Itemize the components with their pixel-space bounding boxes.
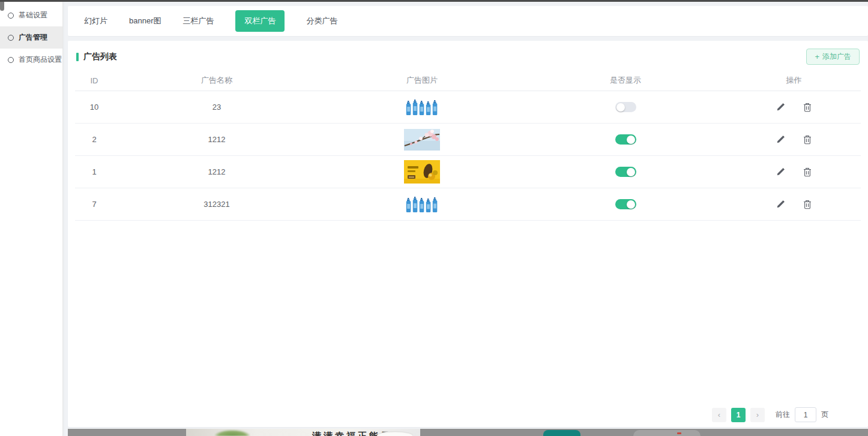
add-ad-button-label: 添加广告 bbox=[822, 52, 851, 62]
goto-label: 前往 bbox=[776, 410, 790, 420]
delete-icon[interactable] bbox=[803, 200, 812, 209]
cell-id: 10 bbox=[75, 103, 113, 112]
peek-banner-image: 满满幸福正能量 bbox=[186, 429, 420, 436]
main-content: 幻灯片 banner图 三栏广告 双栏广告 分类广告 广告列表 + 添加广告 I… bbox=[63, 2, 868, 436]
cell-id: 7 bbox=[75, 200, 113, 209]
delete-icon[interactable] bbox=[803, 167, 812, 177]
tab-category-ad[interactable]: 分类广告 bbox=[306, 16, 337, 26]
visibility-toggle[interactable] bbox=[615, 167, 636, 177]
header-visibility: 是否显示 bbox=[524, 71, 727, 91]
delete-icon[interactable] bbox=[803, 135, 812, 145]
delete-icon[interactable] bbox=[803, 103, 812, 112]
peek-gray-element bbox=[633, 430, 701, 436]
header-ad-image: 广告图片 bbox=[320, 71, 524, 91]
ad-thumbnail bbox=[405, 194, 439, 215]
page-unit-label: 页 bbox=[821, 410, 828, 420]
panel-title: 广告列表 bbox=[76, 52, 117, 62]
panel-title-text: 广告列表 bbox=[83, 52, 117, 62]
scrollbar-thumb[interactable] bbox=[0, 2, 4, 11]
sidebar-item-basic-settings[interactable]: 基础设置 bbox=[0, 4, 62, 26]
peek-teal-element bbox=[543, 430, 580, 436]
edit-icon[interactable] bbox=[776, 200, 785, 209]
browser-top-edge bbox=[0, 0, 868, 2]
visibility-toggle[interactable] bbox=[615, 134, 636, 145]
tab-slideshow[interactable]: 幻灯片 bbox=[84, 16, 107, 26]
goto-page-input[interactable] bbox=[795, 407, 816, 422]
header-ad-name: 广告名称 bbox=[113, 71, 320, 91]
leaf-image bbox=[215, 430, 250, 436]
edit-icon[interactable] bbox=[776, 167, 785, 176]
cell-ad-name: 312321 bbox=[113, 200, 320, 209]
ad-type-tabs: 幻灯片 banner图 三栏广告 双栏广告 分类广告 bbox=[68, 6, 868, 36]
visibility-toggle[interactable] bbox=[615, 199, 636, 209]
cell-ad-name: 23 bbox=[113, 103, 320, 112]
edit-icon[interactable] bbox=[776, 103, 785, 112]
header-actions: 操作 bbox=[727, 71, 861, 91]
prev-page-button[interactable]: ‹ bbox=[712, 408, 726, 422]
header-id: ID bbox=[75, 72, 113, 90]
cell-ad-name: 1212 bbox=[113, 167, 320, 176]
toggle-knob bbox=[627, 200, 635, 209]
sidebar-item-homepage-products[interactable]: 首页商品设置 bbox=[0, 49, 62, 71]
app-layout: 基础设置 广告管理 首页商品设置 幻灯片 banner图 三栏广告 双栏广告 分… bbox=[0, 0, 868, 436]
ad-thumbnail bbox=[404, 129, 440, 151]
plate-image bbox=[377, 431, 413, 436]
toggle-knob bbox=[627, 168, 635, 176]
plus-icon: + bbox=[815, 52, 819, 61]
visibility-toggle[interactable] bbox=[615, 102, 636, 112]
circle-icon bbox=[8, 57, 14, 63]
table-header-row: ID 广告名称 广告图片 是否显示 操作 bbox=[75, 71, 861, 91]
sidebar-item-ad-management[interactable]: 广告管理 bbox=[0, 26, 62, 49]
cell-id: 1 bbox=[75, 167, 113, 176]
toggle-knob bbox=[627, 136, 635, 144]
toggle-knob bbox=[616, 103, 625, 112]
ad-thumbnail bbox=[404, 160, 440, 184]
cell-ad-name: 1212 bbox=[113, 135, 320, 144]
ad-table: ID 广告名称 广告图片 是否显示 操作 10 23 bbox=[75, 71, 861, 221]
ad-thumbnail bbox=[405, 97, 439, 118]
next-page-button[interactable]: › bbox=[750, 408, 765, 422]
table-row: 1 1212 bbox=[75, 156, 861, 188]
ad-list-panel: 广告列表 + 添加广告 ID 广告名称 广告图片 是否显示 操作 10 bbox=[68, 41, 868, 427]
cell-id: 2 bbox=[75, 135, 113, 144]
table-row: 7 312321 bbox=[75, 188, 861, 221]
add-ad-button[interactable]: + 添加广告 bbox=[806, 49, 860, 65]
tab-two-column-ad[interactable]: 双栏广告 bbox=[235, 10, 285, 32]
sidebar-item-label: 基础设置 bbox=[19, 10, 47, 20]
sidebar-item-label: 首页商品设置 bbox=[19, 55, 62, 65]
title-accent-bar bbox=[76, 53, 79, 61]
sidebar-item-label: 广告管理 bbox=[19, 32, 47, 43]
peek-red-mark bbox=[677, 432, 681, 434]
page-number-button[interactable]: 1 bbox=[731, 408, 746, 422]
pagination: ‹ 1 › 前往 页 bbox=[712, 407, 828, 422]
bottom-page-peek: 满满幸福正能量 bbox=[68, 429, 868, 436]
circle-icon bbox=[8, 35, 14, 41]
tab-three-column-ad[interactable]: 三栏广告 bbox=[182, 16, 214, 26]
table-row: 2 1212 bbox=[75, 124, 861, 156]
table-row: 10 23 bbox=[75, 91, 861, 124]
tab-banner[interactable]: banner图 bbox=[129, 16, 161, 26]
circle-icon bbox=[8, 13, 14, 19]
sidebar: 基础设置 广告管理 首页商品设置 bbox=[0, 2, 63, 436]
panel-header: 广告列表 + 添加广告 bbox=[75, 41, 861, 71]
edit-icon[interactable] bbox=[776, 135, 785, 144]
